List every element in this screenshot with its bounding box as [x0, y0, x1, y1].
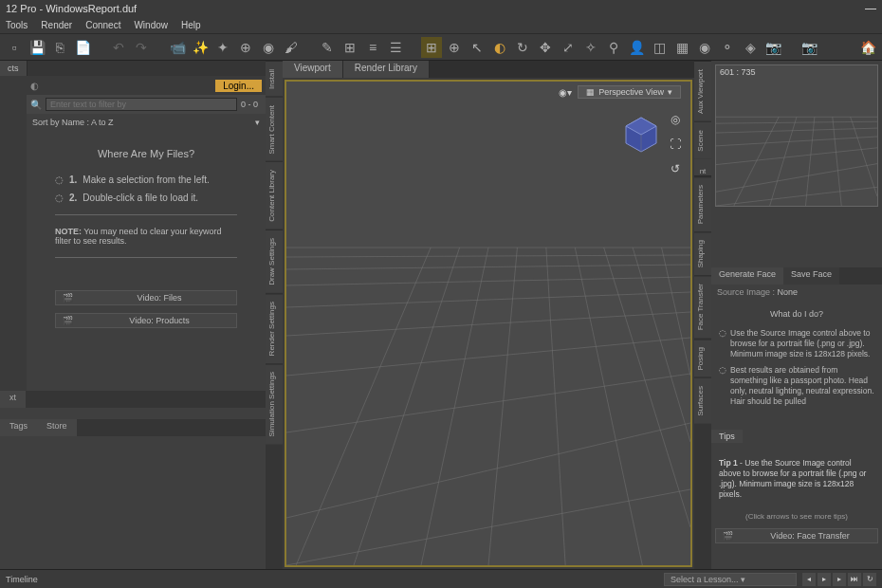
view-mode-dropdown[interactable]: ▦ Perspective View ▾	[578, 85, 681, 99]
timeline-label[interactable]: Timeline	[6, 575, 38, 584]
end-icon[interactable]: ⏭	[848, 573, 861, 586]
snapshot-icon[interactable]: 📷	[799, 37, 819, 58]
tab-posing[interactable]: Posing	[694, 339, 711, 377]
next-icon[interactable]: ▸	[833, 573, 846, 586]
tab-face-transfer[interactable]: Face Transfer	[694, 275, 711, 338]
tags-tab[interactable]: Tags	[0, 419, 37, 436]
view-cube[interactable]	[620, 114, 662, 156]
titlebar: 12 Pro - WindowsReport.duf —	[0, 0, 882, 17]
products-tab[interactable]: cts	[0, 61, 28, 76]
redo-icon[interactable]: ↷	[131, 37, 152, 58]
generate-face-tab[interactable]: Generate Face	[711, 267, 783, 285]
aux-viewport[interactable]: 601 : 735	[715, 64, 878, 207]
save-face-tab[interactable]: Save Face	[783, 267, 839, 285]
svg-line-20	[633, 248, 690, 442]
reset-icon[interactable]: ↺	[666, 159, 685, 178]
align-icon[interactable]: ≡	[362, 37, 383, 58]
new-icon[interactable]: ▫	[4, 37, 25, 58]
camera-icon[interactable]: 📹	[167, 37, 188, 58]
menu-help[interactable]: Help	[181, 20, 201, 30]
menu-window[interactable]: Window	[134, 20, 168, 30]
region-icon[interactable]: ▦	[671, 37, 692, 58]
move-icon[interactable]: ✥	[535, 37, 556, 58]
select-icon[interactable]: ↖	[467, 37, 487, 58]
magic-icon[interactable]: 🖌	[281, 37, 302, 58]
undo-icon[interactable]: ↶	[108, 37, 129, 58]
svg-line-29	[734, 117, 779, 206]
grid-icon[interactable]: ⊞	[421, 37, 442, 58]
prev-icon[interactable]: ◂	[802, 573, 816, 586]
view-options-icon[interactable]: ◉▾	[559, 87, 572, 98]
tab-parameters[interactable]: Parameters	[694, 176, 711, 231]
universal-icon[interactable]: ✧	[580, 37, 601, 58]
main-toolbar: ▫ 💾 ⎘ 📄 ↶ ↷ 📹 ✨ ✦ ⊕ ◉ 🖌 ✎ ⊞ ≡ ☰ ⊞ ⊕ ↖ ◐ …	[0, 34, 882, 61]
video-products-button[interactable]: 🎬 Video: Products	[55, 313, 237, 328]
tab-shaping[interactable]: Shaping	[694, 231, 711, 275]
tab-scene[interactable]: Scene	[694, 121, 711, 159]
account-icon[interactable]: ◐	[30, 81, 39, 91]
spot-icon[interactable]: ◉	[694, 37, 715, 58]
tab-smart-content[interactable]: Smart Content	[266, 97, 283, 162]
geometry-icon[interactable]: ◈	[740, 37, 761, 58]
help-title: Where Are My Files?	[55, 148, 237, 159]
lesson-dropdown[interactable]: Select a Lesson... ▾	[664, 573, 797, 586]
loop-icon[interactable]: ↻	[863, 573, 876, 586]
sort-dropdown[interactable]: Sort by Name : A to Z ▾	[27, 114, 266, 131]
minimize-icon[interactable]: —	[865, 2, 876, 15]
spotlight-icon[interactable]: ✦	[212, 37, 233, 58]
video-files-button[interactable]: 🎬 Video: Files	[55, 290, 237, 305]
svg-line-11	[286, 423, 690, 518]
light-icon[interactable]: ✨	[190, 37, 211, 58]
bottom-bar: Timeline Select a Lesson... ▾ ◂ ▸ ▸ ⏭ ↻	[0, 569, 882, 588]
surface-icon[interactable]: ◫	[649, 37, 670, 58]
menu-tools[interactable]: Tools	[6, 20, 28, 30]
tab-surfaces[interactable]: Surfaces	[694, 377, 711, 424]
joint-icon[interactable]: ⚬	[717, 37, 738, 58]
lasso-icon[interactable]: ◐	[489, 37, 510, 58]
viewport-tab[interactable]: Viewport	[283, 61, 343, 78]
brush-icon[interactable]: ✎	[317, 37, 338, 58]
primitive-icon[interactable]: ◉	[258, 37, 279, 58]
world-icon[interactable]: ⊕	[444, 37, 465, 58]
figure-icon[interactable]: 👤	[626, 37, 647, 58]
orbit-icon[interactable]: ◎	[666, 110, 685, 129]
tab-render-settings[interactable]: Render Settings	[266, 293, 283, 363]
lower-tab[interactable]: xt	[0, 391, 26, 408]
play-icon[interactable]: ▸	[818, 573, 831, 586]
render-library-tab[interactable]: Render Library	[343, 61, 430, 78]
frame-icon[interactable]: ⛶	[666, 135, 685, 154]
save-icon[interactable]: 💾	[27, 37, 47, 58]
rotate-icon[interactable]: ↻	[512, 37, 533, 58]
store-tab[interactable]: Store	[37, 419, 77, 436]
scale-icon[interactable]: ⤢	[558, 37, 579, 58]
tips-tab[interactable]: Tips	[711, 430, 743, 443]
tab-install[interactable]: Install	[266, 61, 283, 97]
svg-line-28	[716, 187, 877, 206]
filter-count: 0 - 0	[237, 100, 262, 109]
login-button[interactable]: Login...	[215, 80, 262, 92]
render-icon[interactable]: 📷	[763, 37, 783, 58]
spinner-icon: ◌	[719, 365, 726, 407]
list-icon[interactable]: ☰	[385, 37, 406, 58]
export-icon[interactable]: 📄	[72, 37, 93, 58]
viewport-3d[interactable]: ◉▾ ▦ Perspective View ▾ ◎ ⛶ ↺	[285, 80, 692, 567]
pose-icon[interactable]: ⚲	[603, 37, 624, 58]
svg-line-25	[716, 137, 877, 146]
filter-input[interactable]	[46, 98, 237, 111]
open-icon[interactable]: ⎘	[49, 37, 70, 58]
tab-content-library[interactable]: Content Library	[266, 161, 283, 230]
tab-draw-settings[interactable]: Draw Settings	[266, 230, 283, 293]
right-side-tabs: Aux Viewport Scene nt Parameters Shaping…	[694, 61, 711, 569]
menu-render[interactable]: Render	[41, 20, 72, 30]
null-icon[interactable]: ⊕	[235, 37, 256, 58]
svg-line-4	[286, 255, 690, 257]
svg-line-32	[833, 117, 841, 206]
spinner-icon: ◌	[55, 175, 64, 185]
group-icon[interactable]: ⊞	[340, 37, 360, 58]
menu-connect[interactable]: Connect	[85, 20, 120, 30]
tab-aux-viewport[interactable]: Aux Viewport	[694, 61, 711, 121]
source-image-row[interactable]: Source Image : None	[711, 285, 882, 300]
tab-simulation-settings[interactable]: Simulation Settings	[266, 363, 283, 444]
home-icon[interactable]: 🏠	[857, 37, 878, 58]
video-face-button[interactable]: 🎬 Video: Face Transfer	[715, 528, 878, 543]
